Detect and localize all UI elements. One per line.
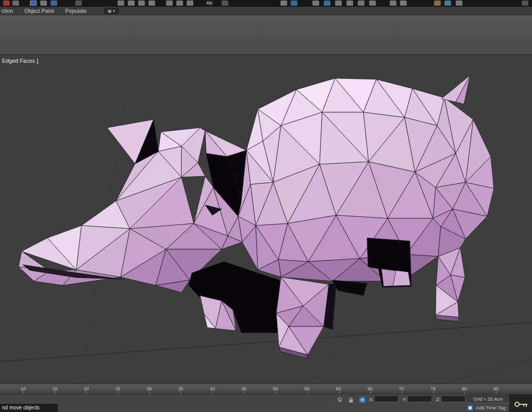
timeline-tick-mark: [275, 391, 276, 393]
prompt-bar: nd move objects Add Time Tag: [0, 404, 532, 412]
select-by-name-icon[interactable]: [40, 1, 47, 6]
timeline-tick-mark: [464, 391, 465, 393]
render-teapot-icon[interactable]: [456, 1, 462, 6]
abc-list-icon[interactable]: Abc: [206, 1, 213, 6]
named-selection-sets-icon[interactable]: [187, 1, 193, 6]
mirror-icon[interactable]: [280, 1, 287, 6]
timeline-tick-mark: [118, 391, 118, 393]
ribbon-tab-object-paint[interactable]: Object Paint: [19, 7, 59, 15]
selection-region-icon[interactable]: [51, 1, 57, 6]
timeline-frame-25: 25: [115, 386, 120, 391]
isolate-selection-icon[interactable]: [336, 396, 343, 403]
keyboard-override-button[interactable]: [509, 394, 532, 412]
timeline-frame-55: 55: [304, 386, 309, 391]
key-icon: [514, 401, 529, 410]
render-iterative-icon[interactable]: [444, 1, 451, 6]
timeline-frame-65: 65: [368, 386, 373, 391]
ribbon-panel: [0, 15, 532, 55]
material-editor-icon[interactable]: [358, 1, 364, 6]
timeline-frame-45: 45: [241, 386, 246, 391]
timeline-frame-30: 30: [147, 386, 152, 391]
dropdown-caret-icon[interactable]: [222, 1, 228, 6]
rendered-frame-window-icon[interactable]: [390, 1, 396, 6]
timeline-tick-mark: [402, 391, 402, 393]
selection-filter-icon[interactable]: [75, 1, 82, 6]
edit-named-selection-icon[interactable]: [176, 1, 183, 6]
timeline-frame-60: 60: [336, 386, 341, 391]
low-poly-pig[interactable]: [19, 75, 494, 358]
schematic-view-icon[interactable]: [346, 1, 353, 6]
viewport-canvas[interactable]: [0, 55, 532, 384]
timeline-tick-mark: [55, 391, 55, 393]
render-setup-icon[interactable]: [369, 1, 376, 6]
add-time-tag-button[interactable]: Add Time Tag: [476, 405, 506, 410]
percent-snap-icon[interactable]: [148, 1, 155, 6]
ribbon-mini-button[interactable]: ▦ ▾: [104, 8, 119, 14]
time-tag-icon[interactable]: [467, 405, 473, 411]
select-and-manipulate-icon[interactable]: [118, 1, 124, 6]
align-icon[interactable]: [291, 1, 297, 6]
timeline-frame-40: 40: [210, 386, 215, 391]
app-window: Abc ctionObject PaintPopulate ▦ ▾ Edged …: [0, 0, 532, 412]
timeline-tick-mark: [86, 391, 87, 393]
timeline-tick-mark: [181, 391, 181, 393]
timeline-tick-mark: [307, 391, 307, 393]
angle-snap-icon[interactable]: [138, 1, 145, 6]
timeline-tick-mark: [433, 391, 434, 393]
timeline-tick-mark: [370, 391, 371, 393]
z-coordinate-label: Z:: [436, 397, 440, 402]
grid-line: [320, 335, 338, 384]
top-toolbar: Abc: [0, 0, 532, 7]
timeline-frame-75: 75: [430, 386, 436, 391]
timeline-tick-mark: [496, 391, 496, 393]
grid-size-readout: Grid = 25,4cm: [467, 396, 510, 403]
prompt-text: nd move objects: [0, 404, 58, 412]
ribbon-tab-populate[interactable]: Populate: [59, 7, 92, 15]
y-coordinate-label: Y:: [403, 397, 407, 402]
z-coordinate-field[interactable]: [442, 396, 466, 402]
grid-line: [441, 359, 532, 384]
timeline-frame-80: 80: [462, 386, 467, 391]
absolute-offset-mode-icon[interactable]: [359, 396, 366, 403]
ribbon-tab-ction[interactable]: ction: [0, 7, 19, 15]
curve-editor-icon[interactable]: [335, 1, 342, 6]
select-and-link-icon[interactable]: [3, 1, 10, 6]
status-bar: X: Y: Z: Grid = 25,4cm: [0, 394, 532, 404]
timeline-frame-20: 20: [84, 386, 89, 391]
select-object-icon[interactable]: [30, 1, 37, 6]
x-coordinate-field[interactable]: [375, 396, 398, 402]
timeline-frame-35: 35: [178, 386, 184, 391]
spinner-snap-icon[interactable]: [166, 1, 173, 6]
unlink-selection-icon[interactable]: [12, 1, 19, 6]
y-coordinate-field[interactable]: [408, 396, 432, 402]
snap-toggle-3d-icon[interactable]: [128, 1, 135, 6]
timeline-tick-mark: [244, 391, 244, 393]
ribbon-toggle-icon[interactable]: [324, 1, 330, 6]
render-icon[interactable]: [400, 1, 407, 6]
selection-lock-icon[interactable]: [347, 396, 355, 403]
viewport[interactable]: Edged Faces ]: [0, 55, 532, 384]
timeline-frame-70: 70: [399, 386, 404, 391]
timeline-frame-15: 15: [52, 386, 57, 391]
timeline-frame-10: 10: [21, 386, 26, 391]
timeline-tick-mark: [339, 391, 339, 393]
timeline-tick-mark: [212, 391, 213, 393]
model-face: [332, 280, 367, 296]
render-production-icon[interactable]: [434, 1, 441, 6]
timeline-frame-50: 50: [273, 386, 278, 391]
toolbar-overflow-icon[interactable]: [522, 1, 528, 6]
timeline-frame-85: 85: [493, 386, 498, 391]
x-coordinate-label: X:: [369, 397, 374, 402]
timeline-tick-mark: [149, 391, 150, 393]
timeline-tick-mark: [23, 391, 24, 393]
timeline-ruler[interactable]: 10152025303540455055606570758085: [0, 384, 532, 394]
viewport-shading-label[interactable]: Edged Faces ]: [2, 58, 38, 64]
ribbon-tabs: ctionObject PaintPopulate: [0, 7, 532, 15]
layer-manager-icon[interactable]: [312, 1, 319, 6]
